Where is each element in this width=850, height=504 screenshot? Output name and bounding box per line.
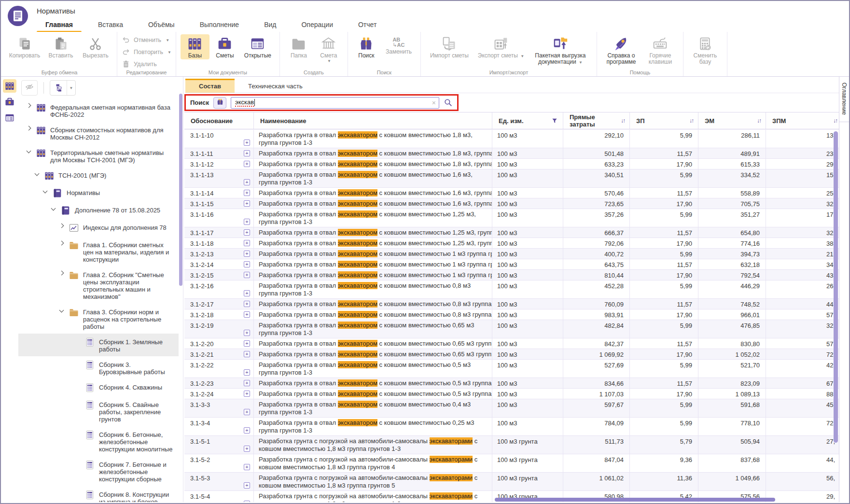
table-row[interactable]: 3.1-5-1+Разработка грунта с погрузкой на… (184, 436, 839, 454)
expand-plus-icon[interactable]: + (244, 261, 250, 267)
table-row[interactable]: 3.1-2-16+Разработка грунта в отвал экска… (184, 280, 839, 299)
new-estimate-button[interactable]: Смета▼ (314, 34, 343, 64)
table-row[interactable]: 3.1-1-10+Разработка грунта в отвал экска… (184, 130, 839, 148)
table-row[interactable]: 3.1-1-12+Разработка грунта в отвал экска… (184, 159, 839, 169)
table-row[interactable]: 3.1-5-3+Разработка грунта с погрузкой на… (184, 473, 839, 491)
chevron-right-icon[interactable] (59, 224, 64, 228)
table-row[interactable]: 3.1-2-17+Разработка грунта в отвал экска… (184, 299, 839, 309)
ribbon-tab-vstavka[interactable]: Вставка (85, 17, 136, 33)
strip-estimates-button[interactable] (3, 95, 16, 109)
sort-icon[interactable]: ↓↑ (757, 117, 761, 124)
column-header-unit[interactable]: Ед. изм. (492, 112, 563, 129)
expand-plus-icon[interactable]: + (244, 311, 250, 318)
table-row[interactable]: 3.1-3-3+Разработка грунта в отвал экскав… (184, 399, 839, 418)
tree-item[interactable]: Сборник 8. Конструкции из кирпича и блок… (18, 486, 179, 502)
chevron-down-icon[interactable]: ▼ (67, 81, 75, 95)
chevron-down-icon[interactable]: ▼ (327, 59, 331, 63)
expand-plus-icon[interactable]: + (244, 161, 250, 167)
app-logo-icon[interactable] (7, 5, 28, 27)
expand-plus-icon[interactable]: + (244, 272, 250, 278)
chevron-right-icon[interactable] (26, 103, 31, 108)
tree-item[interactable]: Территориальные сметные нормативы для Мо… (18, 144, 179, 167)
table-row[interactable]: 3.1-2-18+Разработка грунта в отвал экска… (184, 309, 839, 320)
table-row[interactable]: 3.1-5-2+Разработка грунта с погрузкой на… (184, 454, 839, 473)
horizontal-scrollbar[interactable] (495, 498, 775, 502)
change-base-button[interactable]: Сменить базу (688, 34, 723, 66)
sort-icon[interactable]: ↓↑ (621, 117, 625, 124)
expand-plus-icon[interactable]: + (244, 301, 250, 307)
tree-item[interactable]: Индексы для дополнения 78 (18, 219, 179, 237)
tree-item[interactable]: Сборник 3. Буровзрывные работы (18, 356, 179, 379)
ribbon-tab-operacii[interactable]: Операции (289, 17, 346, 33)
expand-plus-icon[interactable]: + (244, 391, 250, 397)
tree-item[interactable]: Нормативы (18, 184, 179, 202)
table-row[interactable]: 3.1-2-13+Разработка грунта в отвал экска… (184, 249, 839, 259)
column-header-name[interactable]: Наименование (254, 112, 492, 129)
content-tab-tech[interactable]: Техническая часть (235, 79, 316, 93)
table-row[interactable]: 3.1-2-22+Разработка грунта в отвал экска… (184, 360, 839, 378)
paste-button[interactable]: Вставить (44, 34, 78, 59)
cut-button[interactable]: Вырезать (79, 34, 112, 59)
expand-plus-icon[interactable]: + (244, 140, 250, 146)
import-estimate-button[interactable]: Импорт сметы (425, 34, 474, 59)
expand-plus-icon[interactable]: + (244, 464, 250, 470)
strip-bases-button[interactable] (3, 79, 16, 93)
sort-icon[interactable]: ↓↑ (689, 117, 693, 124)
column-header-zp[interactable]: ЗП↓↑ (630, 112, 698, 129)
column-header-em[interactable]: ЭМ↓↑ (698, 112, 766, 129)
chevron-down-icon[interactable] (42, 189, 47, 194)
sort-icon[interactable]: ↓↑ (833, 117, 837, 124)
replace-button[interactable]: AB↳ACЗаменить (381, 34, 416, 56)
table-row[interactable]: 3.1-2-14+Разработка грунта в отвал экска… (184, 259, 839, 270)
expand-plus-icon[interactable]: + (244, 446, 250, 452)
ribbon-tab-vid[interactable]: Вид (251, 17, 289, 33)
ribbon-tab-glavnaya[interactable]: Главная (33, 17, 85, 33)
batch-export-button[interactable]: Пакетная выгрузка документации ▼ (529, 34, 592, 66)
expand-plus-icon[interactable]: + (244, 290, 250, 296)
expand-plus-icon[interactable]: + (244, 482, 250, 489)
tree-item[interactable]: Сборник 1. Земляные работы (18, 334, 179, 356)
bases-button[interactable]: Базы (181, 34, 209, 59)
delete-button[interactable]: Удалить (122, 60, 171, 69)
ribbon-tab-otchet[interactable]: Отчет (346, 17, 389, 33)
table-row[interactable]: 3.1-1-16+Разработка грунта в отвал экска… (184, 209, 839, 227)
chevron-down-icon[interactable] (51, 206, 56, 211)
expand-plus-icon[interactable]: + (244, 351, 250, 357)
copy-button[interactable]: Копировать (6, 34, 43, 59)
table-row[interactable]: 3.1-2-21+Разработка грунта в отвал экска… (184, 349, 839, 360)
content-tab-sostav[interactable]: Состав (185, 79, 235, 93)
table-row[interactable]: 3.1-1-17+Разработка грунта в отвал экска… (184, 227, 839, 238)
expand-plus-icon[interactable]: + (244, 179, 250, 185)
ribbon-tab-obyomy[interactable]: Объёмы (136, 17, 187, 33)
clear-icon[interactable]: × (432, 99, 436, 107)
chevron-right-icon[interactable] (59, 241, 64, 246)
expand-plus-icon[interactable]: + (244, 240, 250, 246)
expand-plus-icon[interactable]: + (244, 427, 250, 434)
chevron-down-icon[interactable] (34, 171, 39, 176)
tree-item[interactable]: ТСН-2001 (МГЭ) (18, 167, 179, 184)
about-button[interactable]: Справка о программе (601, 34, 641, 66)
export-estimate-button[interactable]: Экспорт сметы ▼ (474, 34, 528, 60)
table-row[interactable]: 3.1-2-23+Разработка грунта в отвал экска… (184, 378, 839, 389)
new-folder-button[interactable]: Папка (284, 34, 313, 59)
undo-button[interactable]: Отменить▼ (122, 36, 171, 44)
table-row[interactable]: 3.1-2-24+Разработка грунта в отвал экска… (184, 389, 839, 399)
tree-scrollbar[interactable] (179, 94, 182, 286)
expand-plus-icon[interactable]: + (244, 501, 250, 502)
expand-plus-icon[interactable]: + (244, 369, 250, 376)
hide-unused-button[interactable] (21, 80, 38, 96)
expand-plus-icon[interactable]: + (244, 409, 250, 415)
expand-plus-icon[interactable]: + (244, 200, 250, 207)
expand-plus-icon[interactable]: + (244, 340, 250, 347)
binoculars-button[interactable] (213, 97, 226, 109)
tree-view-button[interactable]: ▼ (50, 80, 76, 96)
tree-item[interactable]: Глава 1. Сборники сметных цен на материа… (18, 237, 179, 266)
chevron-right-icon[interactable] (26, 126, 31, 131)
chevron-down-icon[interactable]: ▼ (167, 50, 171, 55)
expand-plus-icon[interactable]: + (244, 251, 250, 257)
table-row[interactable]: 3.1-1-14+Разработка грунта в отвал экска… (184, 188, 839, 198)
table-row[interactable]: 3.1-2-19+Разработка грунта в отвал экска… (184, 320, 839, 338)
strip-opened-button[interactable] (3, 111, 16, 125)
search-icon[interactable] (444, 98, 453, 107)
expand-plus-icon[interactable]: + (244, 190, 250, 196)
